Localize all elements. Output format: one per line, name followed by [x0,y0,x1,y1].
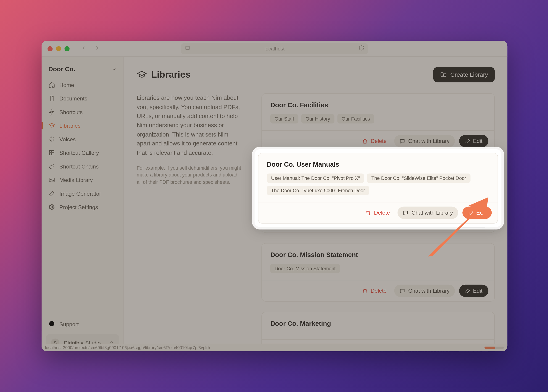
support-link[interactable]: Support [42,317,124,332]
library-tag: Our Staff [270,114,298,124]
chat-with-library-button[interactable]: Chat with Library [394,135,455,147]
sidebar-item-home[interactable]: Home [42,78,124,91]
chat-with-library-button[interactable]: Chat with Library [394,285,455,297]
library-card: Door Co. User ManualsUser Manual: The Do… [258,153,498,224]
maximize-window-icon[interactable] [64,46,70,51]
svg-rect-1 [49,150,52,153]
minimize-window-icon[interactable] [56,46,61,51]
bolt-icon [49,109,55,116]
library-tag: Door Co. Mission Statement [270,264,340,273]
address-text: localhost [264,46,285,52]
svg-rect-5 [49,178,54,182]
sidebar-item-media-library[interactable]: Media Library [42,174,124,186]
document-icon [49,95,55,102]
wand-icon [49,190,55,197]
library-card: Door Co. Mission StatementDoor Co. Missi… [261,243,495,301]
sidebar-item-shortcuts[interactable]: Shortcuts [42,106,124,119]
delete-button[interactable]: Delete [359,285,390,297]
page-title: Libraries [137,69,190,80]
help-icon [49,320,55,328]
edit-button[interactable]: Edit [459,135,488,147]
progress-indicator [485,347,504,349]
reader-icon[interactable] [184,45,190,52]
project-selector[interactable]: Door Co. [42,61,124,78]
svg-point-9 [52,325,52,325]
refresh-icon[interactable] [358,45,365,52]
page-intro: Libraries are how you teach Nim about yo… [137,93,243,186]
grid-icon [49,149,55,156]
sidebar-nav: HomeDocumentsShortcutsLibrariesVoicesSho… [42,78,124,213]
sidebar-item-label: Home [59,82,74,88]
library-tag: The Door Co. "VueLuxe 5000" French Door [267,186,369,195]
library-title: Door Co. User Manuals [267,161,489,168]
status-url: localhost:3000/projects/cm69lbf8g0001f10… [45,345,210,350]
status-bar: localhost:3000/projects/cm69lbf8g0001f10… [42,343,507,351]
delete-button[interactable]: Delete [362,207,393,218]
intro-example: For example, if you sell dehumidifiers, … [137,165,243,186]
sparkle-icon [49,136,55,143]
svg-rect-0 [186,46,189,49]
sidebar-item-project-settings[interactable]: Project Settings [42,201,124,213]
gear-icon [49,204,55,210]
sidebar-item-shortcut-gallery[interactable]: Shortcut Gallery [42,146,124,159]
svg-point-6 [50,179,51,180]
sidebar-item-image-generator[interactable]: Image Generator [42,187,124,200]
close-window-icon[interactable] [48,46,53,51]
library-tag: Our History [301,114,334,124]
create-library-button[interactable]: Create Library [433,67,495,82]
sidebar-item-documents[interactable]: Documents [42,92,124,105]
home-icon [49,82,55,88]
sidebar-item-label: Shortcut Chains [59,163,99,169]
sidebar-item-libraries[interactable]: Libraries [42,119,124,132]
support-label: Support [59,321,79,328]
delete-button[interactable]: Delete [359,135,390,147]
sidebar-item-label: Libraries [59,122,81,129]
library-title: Door Co. Mission Statement [270,251,486,259]
sidebar-item-shortcut-chains[interactable]: Shortcut Chains [42,160,124,173]
svg-rect-2 [52,150,54,153]
trash-icon [362,138,368,144]
sidebar-item-label: Documents [59,95,87,102]
trash-icon [362,288,368,294]
chat-icon [399,288,405,294]
sidebar-item-label: Voices [59,136,76,142]
folder-plus-icon [440,71,447,78]
address-bar[interactable]: localhost [181,43,368,54]
project-name: Door Co. [49,65,75,73]
sidebar-item-label: Project Settings [59,204,98,210]
card-actions: DeleteChat with LibraryEdit [259,202,498,223]
library-card: Door Co. FacilitiesOur StaffOur HistoryO… [261,93,495,152]
chat-with-library-button[interactable]: Chat with Library [398,207,458,219]
card-actions: DeleteChat with LibraryEdit [262,130,494,151]
sidebar-item-voices[interactable]: Voices [42,133,124,146]
grad-cap-icon [137,70,147,80]
pencil-icon [468,210,474,216]
svg-rect-4 [52,153,54,155]
sidebar-item-label: Media Library [59,177,93,183]
pencil-icon [465,138,470,144]
window-controls [48,46,70,51]
library-title: Door Co. Marketing [270,320,486,327]
chevron-down-icon [112,66,117,71]
trash-icon [365,210,372,216]
pencil-icon [465,288,470,294]
forward-button[interactable] [94,45,100,52]
highlighted-card-wrapper: Door Co. User ManualsUser Manual: The Do… [255,149,501,227]
chat-icon [399,138,405,144]
library-title: Door Co. Facilities [270,101,486,109]
link-icon [49,163,55,170]
sidebar-item-label: Shortcut Gallery [59,150,99,156]
grad-cap-icon [49,122,55,129]
edit-button[interactable]: Edit [462,207,492,219]
library-tag: User Manual: The Door Co. "Pivot Pro X" [267,174,364,183]
image-icon [49,176,55,183]
library-tag: Our Facilities [337,114,374,124]
card-actions: DeleteChat with LibraryEdit [262,280,494,301]
edit-button[interactable]: Edit [459,285,488,297]
intro-text: Libraries are how you teach Nim about yo… [137,93,243,158]
chat-icon [403,210,408,216]
svg-rect-3 [49,153,52,155]
titlebar: localhost [42,41,507,57]
sidebar: Door Co. HomeDocumentsShortcutsLibraries… [42,57,124,351]
back-button[interactable] [81,45,86,52]
